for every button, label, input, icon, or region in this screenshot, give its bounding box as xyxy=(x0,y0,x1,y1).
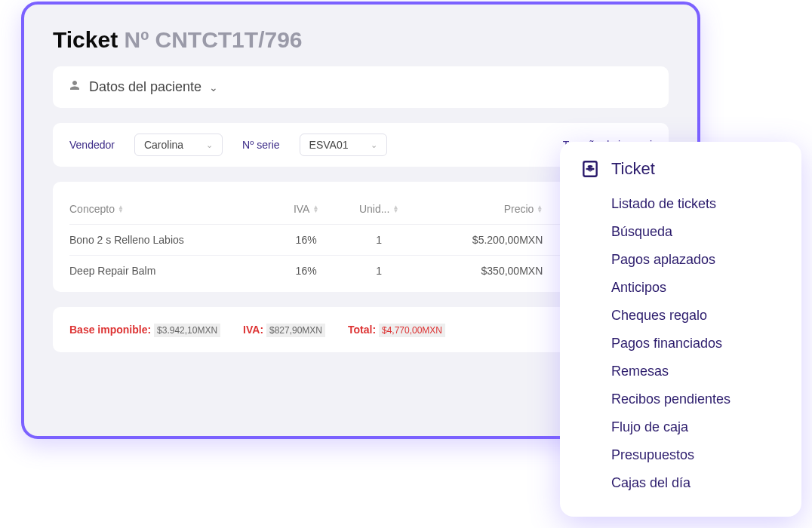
person-icon xyxy=(68,78,82,96)
serie-label: Nº serie xyxy=(242,139,279,151)
serie-select[interactable]: ESVA01 ⌄ xyxy=(300,134,388,156)
cell-iva: 16% xyxy=(296,265,317,277)
menu-item-flujo[interactable]: Flujo de caja xyxy=(611,413,782,441)
total-value: $4,770,00MXN xyxy=(379,324,445,337)
patient-dropdown[interactable]: Datos del paciente ⌄ xyxy=(53,66,669,108)
cell-concept: Bono 2 s Relleno Labios xyxy=(69,234,269,246)
title-number: Nº CNTCT1T/796 xyxy=(125,27,303,52)
iva-group: IVA: $827,90MXN xyxy=(243,324,325,336)
total-label: Total: xyxy=(348,324,376,336)
menu-item-financiados[interactable]: Pagos financiados xyxy=(611,330,782,358)
sort-icon: ▲▼ xyxy=(118,205,124,213)
receipt-icon: $ xyxy=(580,158,601,180)
cell-iva: 16% xyxy=(296,234,317,246)
serie-value: ESVA01 xyxy=(309,139,349,151)
header-units[interactable]: Unid... ▲▼ xyxy=(359,203,398,215)
iva-value: $827,90MXN xyxy=(266,324,325,337)
menu-item-cheques[interactable]: Cheques regalo xyxy=(611,302,782,330)
vendor-value: Carolina xyxy=(144,139,183,151)
cell-price: $5.200,00MXN xyxy=(472,234,543,246)
title-label: Ticket xyxy=(53,27,118,52)
ticket-menu: $ Ticket Listado de tickets Búsqueda Pag… xyxy=(560,142,801,517)
cell-price: $350,00MXN xyxy=(481,265,543,277)
base-group: Base imponible: $3.942,10MXN xyxy=(69,324,220,336)
chevron-down-icon: ⌄ xyxy=(371,140,377,150)
header-concept-label: Concepto xyxy=(69,203,115,215)
menu-item-recibos[interactable]: Recibos pendientes xyxy=(611,385,782,413)
base-value: $3.942,10MXN xyxy=(154,324,220,337)
menu-item-cajas[interactable]: Cajas del día xyxy=(611,469,782,497)
menu-header: $ Ticket xyxy=(580,158,782,180)
menu-item-pagos-aplazados[interactable]: Pagos aplazados xyxy=(611,246,782,274)
menu-item-remesas[interactable]: Remesas xyxy=(611,358,782,385)
header-price[interactable]: Precio ▲▼ xyxy=(504,203,543,215)
base-label: Base imponible: xyxy=(69,324,151,336)
patient-label: Datos del paciente xyxy=(89,79,201,95)
header-iva[interactable]: IVA ▲▼ xyxy=(294,203,318,215)
header-units-label: Unid... xyxy=(359,203,389,215)
chevron-down-icon: ⌄ xyxy=(206,140,213,150)
iva-label: IVA: xyxy=(243,324,263,336)
cell-concept: Deep Repair Balm xyxy=(69,265,269,277)
vendor-label: Vendedor xyxy=(69,139,115,151)
menu-item-listado[interactable]: Listado de tickets xyxy=(611,190,782,218)
total-group: Total: $4,770,00MXN xyxy=(348,324,445,336)
svg-text:$: $ xyxy=(588,164,592,173)
page-title: Ticket Nº CNTCT1T/796 xyxy=(53,27,669,53)
menu-list: Listado de tickets Búsqueda Pagos aplaza… xyxy=(611,190,782,497)
cell-units: 1 xyxy=(376,234,382,246)
header-iva-label: IVA xyxy=(294,203,310,215)
sort-icon: ▲▼ xyxy=(312,205,318,213)
header-price-label: Precio xyxy=(504,203,534,215)
header-concept[interactable]: Concepto ▲▼ xyxy=(69,203,269,215)
vendor-select[interactable]: Carolina ⌄ xyxy=(134,134,223,156)
chevron-down-icon: ⌄ xyxy=(209,81,218,94)
menu-item-anticipos[interactable]: Anticipos xyxy=(611,274,782,302)
sort-icon: ▲▼ xyxy=(537,205,543,213)
menu-title: Ticket xyxy=(611,159,655,179)
cell-units: 1 xyxy=(376,265,382,277)
sort-icon: ▲▼ xyxy=(392,205,398,213)
menu-item-busqueda[interactable]: Búsqueda xyxy=(611,218,782,246)
menu-item-presupuestos[interactable]: Presupuestos xyxy=(611,441,782,469)
